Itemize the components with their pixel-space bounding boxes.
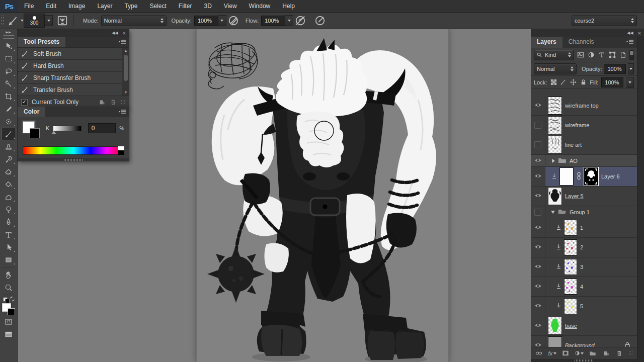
layer-row[interactable]: 1 (531, 218, 637, 238)
layer-name[interactable]: base (565, 323, 577, 329)
tab-color[interactable]: Color (18, 107, 45, 117)
filter-toggle[interactable] (629, 50, 634, 60)
options-bar-grip[interactable] (1, 15, 5, 26)
smudge-tool[interactable] (1, 191, 16, 203)
layer-name[interactable]: Layer 5 (565, 193, 584, 199)
rectangle-tool[interactable] (1, 253, 16, 266)
pixel-filter-icon[interactable] (577, 51, 585, 59)
menu-window[interactable]: Window (243, 0, 277, 13)
tab-layers[interactable]: Layers (531, 37, 562, 48)
marquee-tool[interactable] (1, 52, 16, 65)
preset-hard-brush[interactable]: Hard Brush (18, 60, 129, 72)
preset-soft-brush[interactable]: Soft Brush (18, 48, 129, 60)
default-and-swap-colors[interactable] (2, 296, 15, 303)
eyedropper-tool[interactable] (1, 103, 16, 115)
crop-tool[interactable] (1, 90, 16, 103)
visibility-toggle[interactable] (531, 238, 545, 257)
brush-tool-icon[interactable] (8, 15, 19, 26)
layer-thumbnail[interactable] (548, 317, 562, 335)
visibility-toggle[interactable] (531, 155, 545, 166)
visibility-toggle[interactable] (531, 96, 545, 115)
adjustment-layer-icon[interactable] (575, 349, 584, 357)
layer-row[interactable]: base (531, 316, 637, 336)
menu-file[interactable]: File (18, 0, 40, 13)
panel-menu-icon[interactable] (118, 109, 126, 117)
visibility-toggle[interactable] (531, 218, 545, 237)
brush-tool[interactable] (1, 128, 16, 140)
layer-thumbnail[interactable] (564, 239, 577, 255)
scroll-down-arrow[interactable]: ▼ (124, 89, 128, 96)
visibility-toggle[interactable] (531, 336, 545, 347)
collapse-triangle[interactable] (551, 211, 555, 214)
type-tool[interactable] (1, 228, 16, 241)
eraser-tool[interactable] (1, 165, 16, 178)
spot-healing-brush-tool[interactable] (1, 115, 16, 128)
layer-thumbnail[interactable] (548, 336, 562, 347)
menu-image[interactable]: Image (62, 0, 91, 13)
layer-thumbnail[interactable] (564, 259, 577, 275)
delete-layer-icon[interactable] (615, 349, 624, 357)
lasso-tool[interactable] (1, 65, 16, 77)
dodge-tool[interactable] (1, 203, 16, 216)
dock-resize-grip[interactable] (531, 359, 637, 362)
zoom-tool[interactable] (1, 281, 16, 294)
menu-help[interactable]: Help (276, 0, 301, 13)
layer-opacity-value[interactable]: 100% (604, 64, 626, 74)
lock-position-icon[interactable] (570, 78, 577, 86)
visibility-toggle[interactable] (531, 206, 545, 218)
layer-blend-mode-select[interactable]: Normal (534, 63, 577, 74)
clone-stamp-tool[interactable] (1, 140, 16, 153)
group-name[interactable]: AO (570, 158, 578, 164)
lock-all-icon[interactable] (580, 78, 587, 86)
panel-menu-icon[interactable] (626, 39, 634, 46)
quick-mask-button[interactable] (1, 315, 16, 328)
layer-thumbnail[interactable] (564, 220, 577, 236)
paint-bucket-tool[interactable] (1, 178, 16, 191)
shape-filter-icon[interactable] (608, 51, 616, 59)
layer-fill-arrow[interactable] (626, 77, 634, 88)
foreground-background-swatches[interactable] (2, 303, 15, 315)
visibility-toggle[interactable] (531, 167, 545, 186)
tab-tool-presets[interactable]: Tool Presets (18, 37, 65, 47)
visibility-toggle[interactable] (531, 116, 545, 135)
screen-mode-button[interactable] (1, 328, 16, 340)
pressure-opacity-icon[interactable] (228, 15, 239, 26)
white-black-quick-swatches[interactable] (118, 146, 124, 155)
menu-view[interactable]: View (218, 0, 243, 13)
visibility-toggle[interactable] (531, 187, 545, 206)
layer-name[interactable]: 3 (580, 264, 583, 270)
mask-link-icon[interactable] (577, 172, 581, 181)
opacity-arrow[interactable] (218, 15, 226, 26)
layer-name[interactable]: wireframe (565, 122, 589, 128)
swap-colors-icon[interactable] (10, 296, 15, 302)
expand-triangle[interactable] (552, 159, 555, 163)
background-color-swatch[interactable] (8, 308, 15, 315)
layer-name[interactable]: 1 (580, 225, 583, 231)
layer-thumbnail[interactable] (564, 298, 577, 314)
scrollbar-thumb[interactable] (124, 55, 128, 81)
menu-edit[interactable]: Edit (40, 0, 62, 13)
group-row-ao[interactable]: AO (531, 155, 637, 167)
canvas-document[interactable] (196, 29, 449, 362)
preset-sharp-transfer-brush[interactable]: Sharp Transfer Brush (18, 72, 129, 84)
visibility-toggle[interactable] (531, 277, 545, 296)
layer-row-selected[interactable]: Layer 6 (531, 167, 637, 187)
panel-drag-bar[interactable]: ◀◀ × (18, 29, 129, 37)
toolbar-grip[interactable] (4, 35, 14, 39)
menu-select[interactable]: Select (143, 0, 172, 13)
layer-row[interactable]: Layer 5 (531, 187, 637, 206)
path-selection-tool[interactable] (1, 241, 16, 253)
brush-picker-arrow[interactable] (45, 15, 53, 26)
kind-filter-select[interactable]: Kind (534, 50, 574, 60)
new-layer-icon[interactable] (602, 349, 611, 357)
flow-value[interactable]: 100% (261, 16, 285, 26)
current-tool-only-checkbox[interactable]: ✓ (21, 99, 28, 106)
menu-layer[interactable]: Layer (91, 0, 118, 13)
delete-preset-icon[interactable] (110, 99, 117, 106)
layer-mask-thumbnail[interactable] (584, 167, 598, 186)
close-panel-icon[interactable]: × (123, 30, 126, 36)
layer-row[interactable]: 3 (531, 257, 637, 277)
panel-menu-icon[interactable] (118, 39, 126, 47)
menu-3d[interactable]: 3D (198, 0, 217, 13)
presets-scrollbar[interactable]: ▲ ▼ (122, 48, 129, 96)
